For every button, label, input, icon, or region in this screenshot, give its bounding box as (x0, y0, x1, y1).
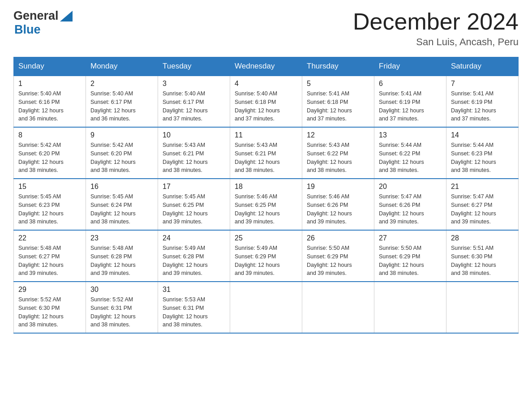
table-row: 10Sunrise: 5:43 AM Sunset: 6:21 PM Dayli… (158, 127, 230, 179)
table-row: 1Sunrise: 5:40 AM Sunset: 6:16 PM Daylig… (14, 76, 86, 127)
svg-marker-0 (60, 11, 73, 21)
calendar-header-row: Sunday Monday Tuesday Wednesday Thursday… (14, 57, 519, 76)
day-number: 25 (235, 234, 297, 242)
table-row: 19Sunrise: 5:46 AM Sunset: 6:26 PM Dayli… (302, 179, 374, 230)
day-number: 13 (379, 131, 442, 139)
table-row (230, 282, 302, 333)
day-number: 4 (235, 80, 297, 88)
table-row: 9Sunrise: 5:42 AM Sunset: 6:20 PM Daylig… (86, 127, 158, 179)
table-row (374, 282, 446, 333)
table-row: 27Sunrise: 5:50 AM Sunset: 6:29 PM Dayli… (374, 230, 446, 282)
day-info: Sunrise: 5:41 AM Sunset: 6:19 PM Dayligh… (451, 90, 514, 123)
table-row: 2Sunrise: 5:40 AM Sunset: 6:17 PM Daylig… (86, 76, 158, 127)
table-row: 3Sunrise: 5:40 AM Sunset: 6:17 PM Daylig… (158, 76, 230, 127)
day-info: Sunrise: 5:40 AM Sunset: 6:17 PM Dayligh… (90, 90, 153, 123)
day-number: 3 (163, 80, 225, 88)
day-number: 14 (451, 131, 514, 139)
calendar-week-row: 1Sunrise: 5:40 AM Sunset: 6:16 PM Daylig… (14, 76, 519, 127)
day-info: Sunrise: 5:41 AM Sunset: 6:19 PM Dayligh… (379, 90, 442, 123)
table-row: 5Sunrise: 5:41 AM Sunset: 6:18 PM Daylig… (302, 76, 374, 127)
col-wednesday: Wednesday (230, 57, 302, 76)
day-info: Sunrise: 5:44 AM Sunset: 6:23 PM Dayligh… (451, 141, 514, 175)
col-tuesday: Tuesday (158, 57, 230, 76)
day-info: Sunrise: 5:52 AM Sunset: 6:30 PM Dayligh… (18, 295, 81, 329)
calendar-table: Sunday Monday Tuesday Wednesday Thursday… (13, 57, 519, 334)
table-row: 30Sunrise: 5:52 AM Sunset: 6:31 PM Dayli… (86, 282, 158, 333)
day-number: 5 (307, 80, 369, 88)
table-row: 25Sunrise: 5:49 AM Sunset: 6:29 PM Dayli… (230, 230, 302, 282)
table-row: 28Sunrise: 5:51 AM Sunset: 6:30 PM Dayli… (446, 230, 519, 282)
table-row: 21Sunrise: 5:47 AM Sunset: 6:27 PM Dayli… (446, 179, 519, 230)
day-number: 7 (451, 80, 514, 88)
table-row: 20Sunrise: 5:47 AM Sunset: 6:26 PM Dayli… (374, 179, 446, 230)
title-block: December 2024 San Luis, Ancash, Peru (353, 9, 519, 48)
table-row: 29Sunrise: 5:52 AM Sunset: 6:30 PM Dayli… (14, 282, 86, 333)
day-info: Sunrise: 5:41 AM Sunset: 6:18 PM Dayligh… (307, 90, 369, 123)
day-info: Sunrise: 5:40 AM Sunset: 6:18 PM Dayligh… (235, 90, 297, 123)
day-info: Sunrise: 5:49 AM Sunset: 6:28 PM Dayligh… (163, 244, 225, 278)
day-info: Sunrise: 5:50 AM Sunset: 6:29 PM Dayligh… (307, 244, 369, 278)
day-number: 8 (18, 131, 81, 139)
day-info: Sunrise: 5:42 AM Sunset: 6:20 PM Dayligh… (90, 141, 153, 175)
day-number: 22 (18, 234, 81, 242)
location-subtitle: San Luis, Ancash, Peru (353, 36, 519, 48)
day-number: 16 (90, 183, 153, 191)
table-row: 22Sunrise: 5:48 AM Sunset: 6:27 PM Dayli… (14, 230, 86, 282)
day-number: 21 (451, 183, 514, 191)
day-number: 18 (235, 183, 297, 191)
day-info: Sunrise: 5:50 AM Sunset: 6:29 PM Dayligh… (379, 244, 442, 278)
table-row: 17Sunrise: 5:45 AM Sunset: 6:25 PM Dayli… (158, 179, 230, 230)
day-info: Sunrise: 5:45 AM Sunset: 6:23 PM Dayligh… (18, 193, 81, 226)
table-row: 31Sunrise: 5:53 AM Sunset: 6:31 PM Dayli… (158, 282, 230, 333)
col-sunday: Sunday (14, 57, 86, 76)
day-number: 26 (307, 234, 369, 242)
day-number: 29 (18, 286, 81, 294)
day-number: 17 (163, 183, 225, 191)
calendar-week-row: 8Sunrise: 5:42 AM Sunset: 6:20 PM Daylig… (14, 127, 519, 179)
day-info: Sunrise: 5:45 AM Sunset: 6:25 PM Dayligh… (163, 193, 225, 226)
day-info: Sunrise: 5:44 AM Sunset: 6:22 PM Dayligh… (379, 141, 442, 175)
day-info: Sunrise: 5:47 AM Sunset: 6:26 PM Dayligh… (379, 193, 442, 226)
day-info: Sunrise: 5:46 AM Sunset: 6:26 PM Dayligh… (307, 193, 369, 226)
day-info: Sunrise: 5:46 AM Sunset: 6:25 PM Dayligh… (235, 193, 297, 226)
day-info: Sunrise: 5:52 AM Sunset: 6:31 PM Dayligh… (90, 295, 153, 329)
table-row (302, 282, 374, 333)
table-row: 12Sunrise: 5:43 AM Sunset: 6:22 PM Dayli… (302, 127, 374, 179)
day-info: Sunrise: 5:48 AM Sunset: 6:27 PM Dayligh… (18, 244, 81, 278)
page-header: General Blue December 2024 San Luis, Anc… (13, 9, 519, 48)
day-info: Sunrise: 5:43 AM Sunset: 6:22 PM Dayligh… (307, 141, 369, 175)
logo-blue-text: Blue (14, 23, 41, 36)
day-info: Sunrise: 5:49 AM Sunset: 6:29 PM Dayligh… (235, 244, 297, 278)
day-number: 10 (163, 131, 225, 139)
day-number: 27 (379, 234, 442, 242)
table-row: 7Sunrise: 5:41 AM Sunset: 6:19 PM Daylig… (446, 76, 519, 127)
table-row: 15Sunrise: 5:45 AM Sunset: 6:23 PM Dayli… (14, 179, 86, 230)
table-row: 13Sunrise: 5:44 AM Sunset: 6:22 PM Dayli… (374, 127, 446, 179)
table-row: 24Sunrise: 5:49 AM Sunset: 6:28 PM Dayli… (158, 230, 230, 282)
day-number: 19 (307, 183, 369, 191)
table-row: 14Sunrise: 5:44 AM Sunset: 6:23 PM Dayli… (446, 127, 519, 179)
day-info: Sunrise: 5:43 AM Sunset: 6:21 PM Dayligh… (235, 141, 297, 175)
day-info: Sunrise: 5:40 AM Sunset: 6:17 PM Dayligh… (163, 90, 225, 123)
day-number: 28 (451, 234, 514, 242)
day-info: Sunrise: 5:48 AM Sunset: 6:28 PM Dayligh… (90, 244, 153, 278)
calendar-week-row: 15Sunrise: 5:45 AM Sunset: 6:23 PM Dayli… (14, 179, 519, 230)
calendar-week-row: 22Sunrise: 5:48 AM Sunset: 6:27 PM Dayli… (14, 230, 519, 282)
table-row: 18Sunrise: 5:46 AM Sunset: 6:25 PM Dayli… (230, 179, 302, 230)
day-info: Sunrise: 5:53 AM Sunset: 6:31 PM Dayligh… (163, 295, 225, 329)
day-info: Sunrise: 5:45 AM Sunset: 6:24 PM Dayligh… (90, 193, 153, 226)
table-row: 16Sunrise: 5:45 AM Sunset: 6:24 PM Dayli… (86, 179, 158, 230)
day-number: 20 (379, 183, 442, 191)
logo-triangle-icon (60, 11, 73, 21)
col-monday: Monday (86, 57, 158, 76)
day-number: 9 (90, 131, 153, 139)
day-number: 2 (90, 80, 153, 88)
table-row: 4Sunrise: 5:40 AM Sunset: 6:18 PM Daylig… (230, 76, 302, 127)
day-number: 30 (90, 286, 153, 294)
day-info: Sunrise: 5:43 AM Sunset: 6:21 PM Dayligh… (163, 141, 225, 175)
col-friday: Friday (374, 57, 446, 76)
table-row: 11Sunrise: 5:43 AM Sunset: 6:21 PM Dayli… (230, 127, 302, 179)
table-row: 26Sunrise: 5:50 AM Sunset: 6:29 PM Dayli… (302, 230, 374, 282)
day-number: 15 (18, 183, 81, 191)
day-info: Sunrise: 5:40 AM Sunset: 6:16 PM Dayligh… (18, 90, 81, 123)
